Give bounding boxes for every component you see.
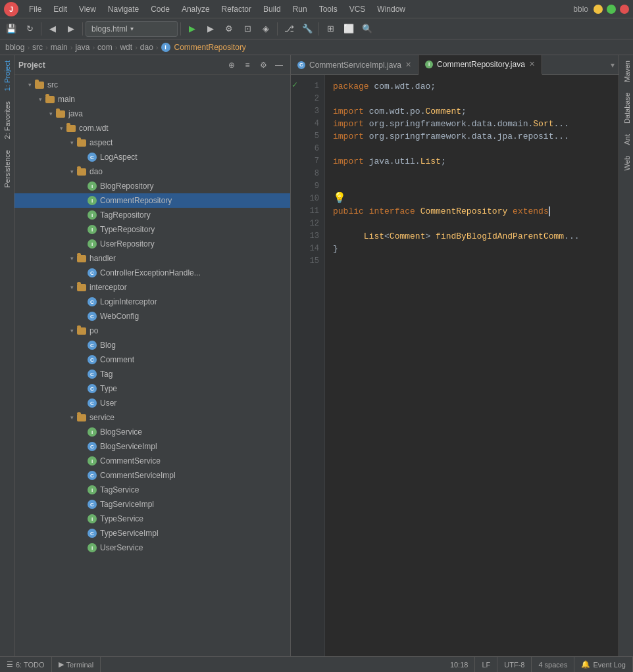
build-button[interactable]: ⚙ xyxy=(220,20,238,37)
web-tab[interactable]: Web xyxy=(619,151,633,176)
tree-item-interceptor[interactable]: ▾ interceptor xyxy=(14,280,290,295)
tree-item-typeserviceimpl[interactable]: ▾ C TypeServiceImpl xyxy=(14,526,290,540)
file-tree: ▾ src ▾ main ▾ java ▾ xyxy=(14,75,290,656)
menu-vcs[interactable]: VCS xyxy=(344,3,371,15)
tree-item-webconfig[interactable]: ▾ C WebConfig xyxy=(14,309,290,324)
tree-item-type[interactable]: ▾ C Type xyxy=(14,381,290,396)
bc-java[interactable]: java xyxy=(75,43,89,52)
tree-item-blog[interactable]: ▾ C Blog xyxy=(14,338,290,352)
tree-item-dao[interactable]: ▾ dao xyxy=(14,164,290,179)
favorites-tab[interactable]: 2: Favorites xyxy=(1,96,13,144)
tree-item-commentservice[interactable]: ▾ I CommentService xyxy=(14,454,290,468)
bc-bblog[interactable]: bblog xyxy=(5,43,24,52)
bc-main[interactable]: main xyxy=(51,43,68,52)
menu-refactor[interactable]: Refactor xyxy=(216,3,257,15)
maximize-button[interactable]: □ xyxy=(607,5,616,14)
encoding-status[interactable]: LF xyxy=(475,657,497,672)
tree-item-handler[interactable]: ▾ handler xyxy=(14,251,290,266)
tree-item-aspect[interactable]: ▾ aspect xyxy=(14,135,290,150)
vcs-button[interactable]: ⎇ xyxy=(280,20,297,37)
sync-button[interactable]: ↻ xyxy=(21,20,38,37)
database-tab[interactable]: Database xyxy=(619,87,633,129)
charset-status[interactable]: UTF-8 xyxy=(497,657,532,672)
file-path-selector[interactable]: blogs.html ▾ xyxy=(86,21,178,37)
todo-tab[interactable]: ☰ 6: TODO xyxy=(0,657,52,672)
menu-code[interactable]: Code xyxy=(145,3,175,15)
collapse-all-button[interactable]: ≡ xyxy=(240,58,255,72)
tree-item-typerepo[interactable]: ▾ I TypeRepository xyxy=(14,222,290,237)
tab-close-commentserviceimpl[interactable]: ✕ xyxy=(405,60,411,69)
tabs-dropdown-arrow[interactable]: ▾ xyxy=(607,60,619,70)
bc-wdt[interactable]: wdt xyxy=(120,43,132,52)
back-button[interactable]: ◀ xyxy=(44,20,61,37)
menu-edit[interactable]: Edit xyxy=(48,3,72,15)
tree-item-po[interactable]: ▾ po xyxy=(14,324,290,338)
tree-item-loginint[interactable]: ▾ C LoginInterceptor xyxy=(14,295,290,309)
menu-analyze[interactable]: Analyze xyxy=(176,3,215,15)
menu-build[interactable]: Build xyxy=(258,3,286,15)
menu-view[interactable]: View xyxy=(74,3,101,15)
indent-status[interactable]: 4 spaces xyxy=(532,657,574,672)
bc-class-name[interactable]: CommentRepository xyxy=(174,43,246,52)
menu-navigate[interactable]: Navigate xyxy=(103,3,144,15)
close-button[interactable]: ✕ xyxy=(620,5,629,14)
profile-button[interactable]: ◈ xyxy=(257,20,274,37)
tree-item-blogserviceimpl[interactable]: ▾ C BlogServiceImpl xyxy=(14,439,290,454)
interface-icon-blogrepo: I xyxy=(87,181,97,191)
tab-close-commentrepository[interactable]: ✕ xyxy=(529,60,535,68)
tree-item-user[interactable]: ▾ C User xyxy=(14,396,290,410)
tree-item-controllerex[interactable]: ▾ C ControllerExceptionHandle... xyxy=(14,266,290,280)
ant-tab[interactable]: Ant xyxy=(619,129,633,151)
code-container[interactable]: ✓ 1 2 3 4 5 6 7 8 9 10 11 12 13 14 15 p xyxy=(291,75,619,656)
coverage-button[interactable]: ⊡ xyxy=(239,20,256,37)
position-status[interactable]: 10:18 xyxy=(443,657,476,672)
tree-item-main[interactable]: ▾ main xyxy=(14,92,290,107)
menu-file[interactable]: File xyxy=(24,3,47,15)
tree-item-blogrepo[interactable]: ▾ I BlogRepository xyxy=(14,179,290,193)
run-button[interactable]: ▶ xyxy=(184,20,201,37)
locate-in-tree-button[interactable]: ⊕ xyxy=(224,58,239,72)
tree-item-comwdt[interactable]: ▾ com.wdt xyxy=(14,121,290,135)
tree-item-tagrepo[interactable]: ▾ I TagRepository xyxy=(14,208,290,222)
persistence-tab[interactable]: Persistence xyxy=(1,145,13,193)
run2-button[interactable]: ▶ xyxy=(202,20,219,37)
menu-window[interactable]: Window xyxy=(372,3,411,15)
close-panel-button[interactable]: — xyxy=(272,58,286,72)
search-everywhere-button[interactable]: 🔍 xyxy=(359,20,376,37)
tree-item-commentserviceimpl[interactable]: ▾ C CommentServiceImpl xyxy=(14,468,290,483)
forward-button[interactable]: ▶ xyxy=(63,20,80,37)
settings-panel-button[interactable]: ⚙ xyxy=(256,58,270,72)
screen-button[interactable]: ⬜ xyxy=(340,20,357,37)
tab-commentserviceimpl[interactable]: C CommentServiceImpl.java ✕ xyxy=(291,55,418,75)
tree-item-userservice[interactable]: ▾ I UserService xyxy=(14,540,290,555)
code-editor[interactable]: package com.wdt.dao; import com.wdt.po.C… xyxy=(325,75,619,656)
tree-item-java[interactable]: ▾ java xyxy=(14,107,290,121)
settings-button[interactable]: 🔧 xyxy=(299,20,316,37)
bc-com[interactable]: com xyxy=(97,43,113,52)
tree-item-commentrepo[interactable]: ▾ I CommentRepository xyxy=(14,193,290,208)
menu-run[interactable]: Run xyxy=(288,3,313,15)
tree-item-logaspect[interactable]: ▾ C LogAspect xyxy=(14,150,290,164)
layout-button[interactable]: ⊞ xyxy=(322,20,339,37)
menu-tools[interactable]: Tools xyxy=(314,3,343,15)
project-tab[interactable]: 1: Project xyxy=(1,55,13,96)
bc-src[interactable]: src xyxy=(32,43,43,52)
tree-item-tagservice[interactable]: ▾ I TagService xyxy=(14,483,290,497)
save-all-button[interactable]: 💾 xyxy=(3,20,20,37)
bc-dao[interactable]: dao xyxy=(140,43,153,52)
tree-item-blogservice[interactable]: ▾ I BlogService xyxy=(14,425,290,439)
tree-item-typeservice[interactable]: ▾ I TypeService xyxy=(14,512,290,526)
event-log-button[interactable]: 🔔 Event Log xyxy=(574,657,633,672)
minimize-button[interactable]: — xyxy=(594,5,603,14)
line-numbers: 1 2 3 4 5 6 7 8 9 10 11 12 13 14 15 xyxy=(299,75,325,656)
tree-item-userrepo[interactable]: ▾ I UserRepository xyxy=(14,237,290,251)
tab-commentrepository[interactable]: I CommentRepository.java ✕ xyxy=(418,55,542,75)
tree-item-src[interactable]: ▾ src xyxy=(14,78,290,92)
tree-item-tag[interactable]: ▾ C Tag xyxy=(14,367,290,381)
tree-item-service[interactable]: ▾ service xyxy=(14,410,290,425)
terminal-tab[interactable]: ▶ Terminal xyxy=(52,657,101,672)
tree-item-tagserviceimpl[interactable]: ▾ C TagServiceImpl xyxy=(14,497,290,512)
maven-tab[interactable]: Maven xyxy=(619,55,633,87)
tree-item-comment[interactable]: ▾ C Comment xyxy=(14,352,290,367)
event-log-icon: 🔔 xyxy=(581,660,590,669)
